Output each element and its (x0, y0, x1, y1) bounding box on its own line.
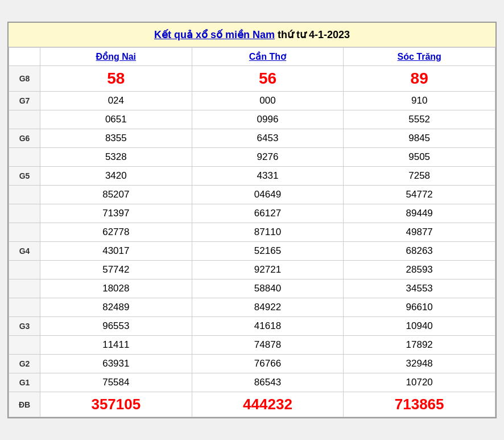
table-cell: 54772 (344, 186, 495, 204)
row-label-empty (9, 148, 40, 167)
header-col1: Đồng Nai (40, 48, 192, 66)
table-cell: 0996 (192, 110, 344, 129)
table-cell: 89449 (344, 204, 495, 223)
table-cell: 43017 (40, 242, 192, 261)
table-cell: 4331 (192, 167, 344, 186)
table-cell: 18028 (40, 279, 192, 298)
results-table: Đồng Nai Cần Thơ Sóc Trăng G8 58 56 89 G… (9, 47, 495, 417)
table-cell: 58840 (192, 279, 344, 298)
row-label: G3 (9, 317, 40, 336)
table-cell: 6453 (192, 129, 344, 148)
table-cell: 71397 (40, 204, 192, 223)
row-label-empty (9, 186, 40, 204)
table-cell: 713865 (344, 392, 495, 417)
table-cell: 82489 (40, 298, 192, 317)
table-cell: 9505 (344, 148, 495, 167)
table-cell: 444232 (192, 392, 344, 417)
table-cell: 9276 (192, 148, 344, 167)
row-label-empty (9, 223, 40, 242)
table-cell: 0651 (40, 110, 192, 129)
table-cell: 8355 (40, 129, 192, 148)
table-cell: 10940 (344, 317, 495, 336)
table-cell: 34553 (344, 279, 495, 298)
table-cell: 84922 (192, 298, 344, 317)
table-cell: 32948 (344, 355, 495, 373)
table-cell: 9845 (344, 129, 495, 148)
row-label: G7 (9, 92, 40, 110)
row-label-empty (9, 204, 40, 223)
table-cell: 85207 (40, 186, 192, 204)
table-cell: 63931 (40, 355, 192, 373)
table-cell: 10720 (344, 373, 495, 392)
table-cell: 96553 (40, 317, 192, 336)
row-label-empty (9, 261, 40, 279)
table-cell: 04649 (192, 186, 344, 204)
table-cell: 000 (192, 92, 344, 110)
main-container: Kết quả xổ số miền Nam thứ tư 4-1-2023 Đ… (7, 22, 497, 418)
table-cell: 024 (40, 92, 192, 110)
row-label: G1 (9, 373, 40, 392)
table-cell: 86543 (192, 373, 344, 392)
row-label: G8 (9, 66, 40, 92)
table-cell: 62778 (40, 223, 192, 242)
date-text: thứ tư 4-1-2023 (275, 29, 350, 40)
header-col3: Sóc Trăng (344, 48, 495, 66)
title-bar: Kết quả xổ số miền Nam thứ tư 4-1-2023 (9, 23, 495, 47)
row-label: G5 (9, 167, 40, 186)
header-col2: Cần Thơ (192, 48, 344, 66)
table-cell: 89 (344, 66, 495, 92)
table-cell: 910 (344, 92, 495, 110)
row-label: ĐB (9, 392, 40, 417)
table-cell: 17892 (344, 336, 495, 355)
table-cell: 41618 (192, 317, 344, 336)
row-label-empty (9, 336, 40, 355)
table-cell: 7258 (344, 167, 495, 186)
header-label (9, 48, 40, 66)
table-cell: 96610 (344, 298, 495, 317)
table-cell: 66127 (192, 204, 344, 223)
row-label-empty (9, 279, 40, 298)
row-label-empty (9, 110, 40, 129)
table-cell: 49877 (344, 223, 495, 242)
table-cell: 357105 (40, 392, 192, 417)
table-cell: 28593 (344, 261, 495, 279)
table-cell: 87110 (192, 223, 344, 242)
table-cell: 74878 (192, 336, 344, 355)
table-cell: 11411 (40, 336, 192, 355)
table-cell: 57742 (40, 261, 192, 279)
table-cell: 68263 (344, 242, 495, 261)
main-title: Kết quả xổ số miền Nam (154, 29, 275, 40)
row-label: G6 (9, 129, 40, 148)
row-label: G4 (9, 242, 40, 261)
table-cell: 76766 (192, 355, 344, 373)
row-label: G2 (9, 355, 40, 373)
table-cell: 52165 (192, 242, 344, 261)
table-cell: 3420 (40, 167, 192, 186)
table-cell: 5552 (344, 110, 495, 129)
table-cell: 56 (192, 66, 344, 92)
table-cell: 75584 (40, 373, 192, 392)
row-label-empty (9, 298, 40, 317)
table-cell: 92721 (192, 261, 344, 279)
table-cell: 5328 (40, 148, 192, 167)
table-cell: 58 (40, 66, 192, 92)
